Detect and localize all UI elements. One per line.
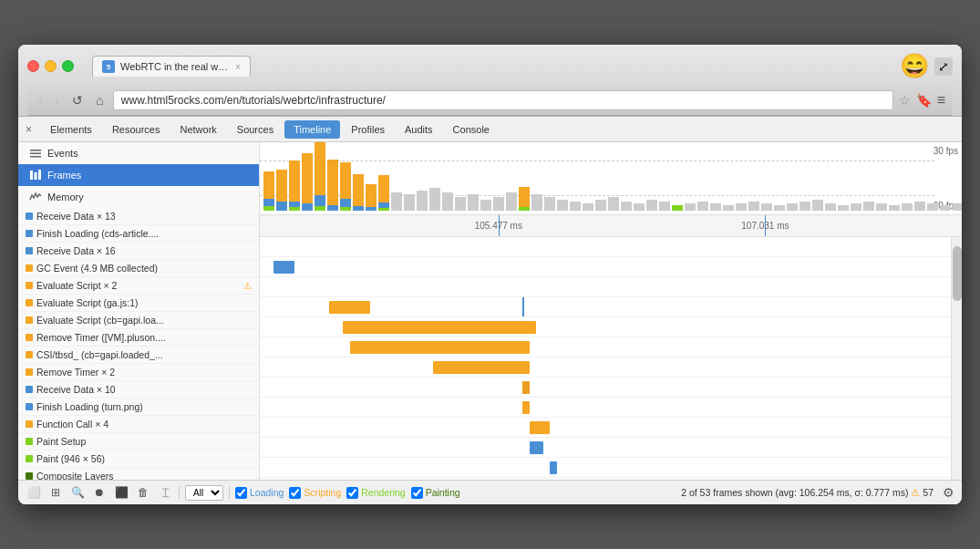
timeline-rows[interactable]	[260, 237, 951, 480]
window-resize-button[interactable]: ⤢	[934, 57, 953, 76]
event-item[interactable]: Evaluate Script (cb=gapi.loa...	[18, 312, 259, 329]
frame-bar[interactable]	[876, 203, 887, 211]
frame-bar[interactable]	[863, 202, 874, 211]
sidebar-item-memory[interactable]: Memory	[18, 186, 259, 208]
record-button[interactable]: ⏺	[91, 484, 108, 501]
frame-bar[interactable]	[429, 188, 440, 211]
frame-bar[interactable]	[276, 170, 287, 211]
frame-bar[interactable]	[723, 205, 734, 211]
timeline-row[interactable]	[260, 418, 951, 438]
timeline-row[interactable]	[260, 257, 951, 277]
frame-bar[interactable]	[851, 203, 861, 211]
event-item[interactable]: Paint (946 × 56)	[18, 451, 259, 468]
timeline-row[interactable]	[260, 317, 951, 337]
search-button[interactable]: 🔍	[69, 484, 86, 501]
address-input[interactable]	[113, 90, 893, 110]
dock-button[interactable]: ⬜	[26, 484, 42, 501]
timeline-row[interactable]	[260, 337, 951, 357]
frame-bar[interactable]	[493, 197, 504, 211]
menu-item-sources[interactable]: Sources	[228, 120, 283, 139]
timeline-row[interactable]	[260, 478, 951, 480]
frame-bar[interactable]	[404, 194, 415, 211]
frame-bar[interactable]	[583, 203, 593, 211]
frame-bar[interactable]	[468, 194, 479, 211]
frame-bar[interactable]	[442, 192, 453, 211]
menu-item-audits[interactable]: Audits	[396, 120, 442, 139]
browser-tab[interactable]: 5 WebRTC in the real world... ×	[92, 56, 251, 77]
stop-button[interactable]: ⬛	[113, 484, 129, 501]
forward-button[interactable]: ›	[52, 91, 64, 109]
frame-bar[interactable]	[366, 184, 377, 211]
frame-bar[interactable]	[315, 142, 325, 211]
timeline-row[interactable]	[260, 438, 951, 458]
timeline-row[interactable]	[260, 237, 951, 257]
event-item[interactable]: Remove Timer ([VM].pluson....	[18, 329, 259, 347]
frame-bar[interactable]	[659, 202, 670, 211]
frame-bar[interactable]	[736, 203, 747, 211]
timeline-row[interactable]	[260, 277, 951, 297]
frame-bar[interactable]	[685, 203, 696, 211]
frame-bar[interactable]	[417, 191, 428, 211]
filter-select[interactable]: All	[185, 485, 223, 501]
frame-bar[interactable]	[595, 200, 606, 211]
frame-bar[interactable]	[838, 205, 849, 211]
menu-icon[interactable]: ≡	[937, 92, 945, 109]
timeline-row[interactable]	[260, 458, 951, 478]
timeline-row[interactable]	[260, 357, 951, 378]
frame-bar[interactable]	[570, 202, 581, 211]
event-item[interactable]: Evaluate Script × 2⚠	[18, 277, 259, 295]
frame-bar[interactable]	[812, 200, 823, 211]
event-item[interactable]: Evaluate Script (ga.js:1)	[18, 295, 259, 312]
scrollbar-thumb[interactable]	[953, 246, 962, 301]
menu-item-network[interactable]: Network	[170, 120, 225, 139]
frame-bar[interactable]	[787, 203, 798, 211]
frame-bar[interactable]	[761, 203, 772, 211]
back-button[interactable]: ‹	[35, 91, 46, 109]
timeline-row[interactable]	[260, 297, 951, 317]
frame-bar[interactable]	[519, 187, 530, 211]
menu-item-timeline[interactable]: Timeline	[284, 120, 340, 139]
frame-bar[interactable]	[889, 205, 900, 211]
menu-item-resources[interactable]: Resources	[103, 120, 170, 139]
event-item[interactable]: Receive Data × 10	[18, 381, 259, 399]
sidebar-item-frames[interactable]: Frames	[18, 164, 259, 186]
frame-bar[interactable]	[672, 205, 683, 211]
menu-item-profiles[interactable]: Profiles	[342, 120, 394, 139]
frame-bar[interactable]	[953, 203, 962, 211]
event-item[interactable]: Function Call × 4	[18, 416, 259, 433]
frame-bar[interactable]	[608, 197, 619, 211]
frame-bar[interactable]	[557, 200, 568, 211]
frame-bar[interactable]	[480, 200, 491, 211]
frame-bar[interactable]	[646, 200, 657, 211]
event-item[interactable]: Receive Data × 16	[18, 243, 259, 260]
filter-scripting[interactable]: Scripting	[289, 487, 341, 499]
bookmark-icon[interactable]: ☆	[899, 93, 911, 108]
clear-button[interactable]: 🗑	[135, 484, 151, 501]
menu-item-console[interactable]: Console	[444, 120, 499, 139]
event-item[interactable]: GC Event (4.9 MB collected)	[18, 260, 259, 277]
event-item[interactable]: Finish Loading (turn.png)	[18, 399, 259, 416]
menu-item-elements[interactable]: Elements	[41, 120, 101, 139]
frame-bar[interactable]	[289, 161, 300, 211]
filter-painting[interactable]: Painting	[411, 487, 460, 499]
event-item[interactable]: Composite Layers	[18, 468, 259, 480]
frame-bar[interactable]	[378, 175, 389, 211]
frame-bar[interactable]	[927, 203, 938, 211]
frame-bar[interactable]	[914, 202, 925, 211]
event-item[interactable]: Receive Data × 13	[18, 208, 259, 225]
event-item[interactable]: Finish Loading (cds-article....	[18, 225, 259, 243]
frame-chart[interactable]: 30 fps 60 fps	[260, 142, 962, 215]
event-item[interactable]: Remove Timer × 2	[18, 364, 259, 381]
frame-bar[interactable]	[710, 203, 721, 211]
event-item[interactable]: Paint Setup	[18, 433, 259, 451]
frame-bar[interactable]	[506, 192, 517, 211]
devtools-close-button[interactable]: ×	[26, 123, 32, 136]
timeline-row[interactable]	[260, 378, 951, 398]
frame-bar[interactable]	[774, 205, 785, 211]
timeline-scrollbar[interactable]	[951, 237, 962, 480]
frame-bar[interactable]	[544, 197, 555, 211]
frame-bar[interactable]	[799, 202, 810, 211]
frame-bar[interactable]	[391, 192, 402, 211]
timeline-row[interactable]	[260, 398, 951, 418]
extension-icon[interactable]: 🔖	[916, 93, 932, 108]
